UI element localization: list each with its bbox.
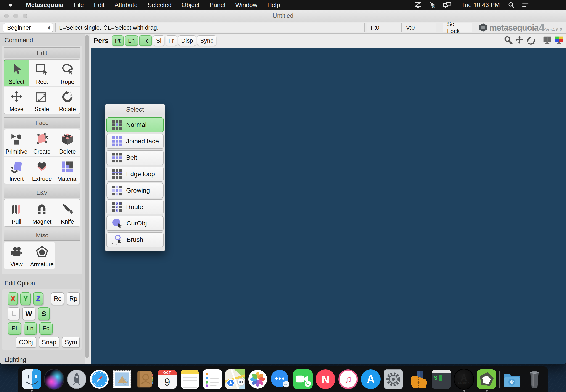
orbit-icon[interactable] xyxy=(526,36,536,46)
dock-item-archive-utility[interactable] xyxy=(408,369,429,390)
local-button[interactable]: L xyxy=(8,307,20,320)
tool-scale[interactable]: Scale xyxy=(29,87,55,114)
grid-route-icon xyxy=(112,202,122,212)
axis-x-button[interactable]: X xyxy=(8,292,18,305)
dock-item-mail[interactable] xyxy=(112,369,132,390)
dock-item-notes[interactable] xyxy=(179,369,200,390)
toggle-pt[interactable]: Pt xyxy=(112,35,124,46)
panel-scrollbar[interactable] xyxy=(85,34,90,364)
dock-item-app-store[interactable]: A xyxy=(360,369,381,390)
toggle-sync[interactable]: Sync xyxy=(197,35,216,46)
dock-item-metasequoia[interactable] xyxy=(476,369,497,390)
screen-button[interactable]: S xyxy=(38,307,50,320)
viewport-colors-icon[interactable] xyxy=(554,36,564,46)
tool-rope[interactable]: Rope xyxy=(55,59,80,87)
dock-item-downloads[interactable] xyxy=(502,369,522,390)
tool-create[interactable]: Create xyxy=(29,129,55,156)
tool-view[interactable]: View xyxy=(4,242,29,269)
viewport-layout-icon[interactable] xyxy=(542,36,552,46)
select-mode-route[interactable]: Route xyxy=(106,199,164,214)
axis-z-button[interactable]: Z xyxy=(33,292,43,305)
dual-display-icon[interactable] xyxy=(443,1,452,9)
calendar-day: 9 xyxy=(158,375,177,389)
world-button[interactable]: W xyxy=(22,307,35,320)
dock-item-safari[interactable] xyxy=(89,369,110,390)
menu-window[interactable]: Window xyxy=(235,2,257,9)
dock-item-maps[interactable]: 3D xyxy=(225,369,245,390)
menu-panel[interactable]: Panel xyxy=(209,2,225,9)
tool-primitive[interactable]: Primitive xyxy=(4,129,29,156)
select-mode-brush[interactable]: Brush xyxy=(106,232,164,247)
dock-item-launchpad[interactable] xyxy=(66,369,87,390)
select-mode-edge-loop[interactable]: Edge loop xyxy=(106,167,164,182)
toggle-disp[interactable]: Disp xyxy=(178,35,196,46)
tool-select[interactable]: Select xyxy=(4,59,29,87)
face-toggle[interactable]: Fc xyxy=(39,322,53,335)
dock-item-contacts[interactable] xyxy=(134,369,155,390)
viewport-header: Pers Pt Ln Fc Si Fr Disp Sync xyxy=(90,34,566,48)
select-mode-belt[interactable]: Belt xyxy=(106,150,164,165)
mode-select[interactable]: Beginner ▲▼ xyxy=(3,23,53,32)
select-mode-joined-face[interactable]: Joined face xyxy=(106,134,164,149)
tool-pull[interactable]: Pull xyxy=(4,199,29,226)
menu-file[interactable]: File xyxy=(74,2,84,9)
dock-item-itunes[interactable]: ♫ xyxy=(338,369,358,390)
dock-item-calendar[interactable]: OCT 9 xyxy=(157,369,178,390)
toggle-fr[interactable]: Fr xyxy=(166,35,177,46)
rc-button[interactable]: Rc xyxy=(51,292,64,305)
menu-attribute[interactable]: Attribute xyxy=(115,2,138,9)
menu-object[interactable]: Object xyxy=(182,2,199,9)
menu-app-name[interactable]: Metasequoia xyxy=(26,2,63,9)
select-mode-curobj[interactable]: CurObj xyxy=(106,216,164,231)
notification-center-icon[interactable] xyxy=(522,2,529,8)
menu-selected[interactable]: Selected xyxy=(148,2,172,9)
tool-delete[interactable]: Delete xyxy=(55,129,80,156)
menu-help[interactable]: Help xyxy=(267,2,280,9)
display-icon[interactable] xyxy=(414,1,422,9)
tool-extrude[interactable]: Extrude xyxy=(29,156,55,184)
tool-invert[interactable]: Invert xyxy=(4,156,29,184)
zoom-icon[interactable] xyxy=(504,36,513,46)
point-toggle[interactable]: Pt xyxy=(8,322,21,335)
dock-item-facetime[interactable] xyxy=(293,369,313,390)
dock-item-terminal[interactable]: $ xyxy=(431,369,452,390)
apple-menu[interactable] xyxy=(8,2,13,8)
face-tool-grid: Primitive Create Delete Invert xyxy=(4,129,80,184)
dock-item-reminders[interactable] xyxy=(202,369,223,390)
select-mode-normal[interactable]: Normal xyxy=(106,117,164,132)
cobj-button[interactable]: CObj xyxy=(15,337,36,348)
menu-edit[interactable]: Edit xyxy=(94,2,104,9)
toggle-ln[interactable]: Ln xyxy=(125,35,138,46)
scrollbar-thumb[interactable] xyxy=(85,35,89,358)
select-mode-growing[interactable]: Growing xyxy=(106,183,164,198)
screen-share-icon[interactable] xyxy=(429,1,436,9)
tool-rect[interactable]: Rect xyxy=(29,59,55,87)
line-toggle[interactable]: Ln xyxy=(24,322,37,335)
sel-lock-button[interactable]: Sel Lock xyxy=(443,23,472,32)
tool-armature[interactable]: Armature xyxy=(29,242,55,269)
select-panel-title[interactable]: Select xyxy=(105,104,165,115)
tool-rotate[interactable]: Rotate xyxy=(55,87,80,114)
dock-item-finder[interactable] xyxy=(21,369,42,390)
tool-material[interactable]: Material xyxy=(55,156,80,184)
snap-button[interactable]: Snap xyxy=(39,337,60,348)
menu-clock[interactable]: Tue 10:43 PM xyxy=(461,2,500,9)
dock-item-siri[interactable] xyxy=(44,369,64,390)
spotlight-icon[interactable] xyxy=(508,2,515,8)
tool-move[interactable]: Move xyxy=(4,87,29,114)
dock-item-system-preferences[interactable] xyxy=(383,369,403,390)
dock-item-messages[interactable] xyxy=(270,369,291,390)
sym-button[interactable]: Sym xyxy=(62,337,80,348)
dock-item-news[interactable]: N xyxy=(315,369,336,390)
tool-magnet[interactable]: Magnet xyxy=(29,199,55,226)
move-icon xyxy=(10,88,23,105)
toggle-fc[interactable]: Fc xyxy=(139,35,152,46)
rp-button[interactable]: Rp xyxy=(67,292,80,305)
pan-icon[interactable] xyxy=(515,36,524,46)
toggle-si[interactable]: Si xyxy=(153,35,164,46)
dock-item-trash[interactable] xyxy=(524,369,545,390)
axis-y-button[interactable]: Y xyxy=(20,292,30,305)
dock-item-photos[interactable] xyxy=(247,369,268,390)
dock-item-amped[interactable]: A AMPED xyxy=(454,369,474,390)
tool-knife[interactable]: Knife xyxy=(55,199,80,226)
